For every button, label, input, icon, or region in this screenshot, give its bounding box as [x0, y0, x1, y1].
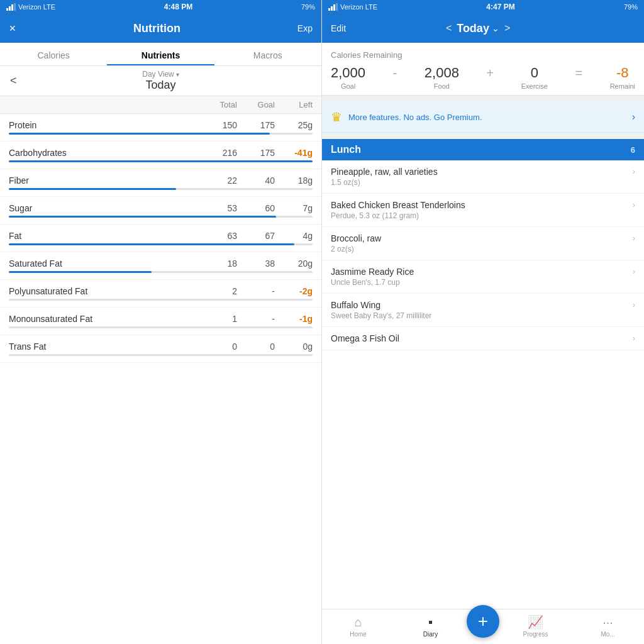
nutrient-left: -1g — [275, 314, 313, 324]
nutrient-row[interactable]: Monounsaturated Fat 1 - -1g — [0, 308, 321, 335]
food-item[interactable]: Broccoli, raw 2 oz(s) › — [322, 227, 644, 260]
nutrient-name: Trans Fat — [9, 341, 199, 352]
home-icon: ⌂ — [354, 615, 362, 630]
lunch-section-header: Lunch 6 — [322, 139, 644, 160]
lunch-calories: 6 — [631, 145, 635, 155]
nutrient-row[interactable]: Carbohydrates 216 175 -41g — [0, 142, 321, 169]
progress-bar-bg — [9, 299, 313, 301]
right-battery: 79% — [624, 3, 638, 11]
add-button[interactable]: + — [467, 605, 499, 638]
day-view-label[interactable]: Day View ▾ — [142, 70, 179, 79]
header-next-arrow[interactable]: > — [504, 23, 510, 34]
export-button[interactable]: Exp — [297, 23, 313, 33]
diary-icon: ▪ — [428, 615, 433, 630]
nutrient-left: 7g — [275, 203, 313, 213]
cal-exercise-value: 0 — [531, 65, 538, 81]
header-today[interactable]: Today ⌄ — [457, 22, 499, 35]
cal-food-value: 2,008 — [425, 65, 459, 81]
cal-exercise-label: Exercise — [521, 82, 548, 90]
nutrient-left: 25g — [275, 120, 313, 130]
nutrient-row[interactable]: Saturated Fat 18 38 20g — [0, 252, 321, 280]
gray-spacer — [322, 96, 644, 102]
food-detail: Sweet Baby Ray's, 27 milliliter — [331, 311, 628, 320]
nav-more[interactable]: ··· Mo... — [572, 615, 644, 638]
right-time: 4:47 PM — [486, 3, 514, 11]
nutrient-goal: - — [237, 286, 275, 296]
food-name: Baked Chicken Breast Tenderloins — [331, 200, 628, 210]
premium-arrow-icon: › — [632, 111, 635, 123]
nutrient-name: Monounsaturated Fat — [9, 314, 199, 324]
food-detail: Uncle Ben's, 1.7 cup — [331, 278, 628, 287]
left-carrier: Verizon LTE — [6, 3, 55, 11]
left-header: ✕ Nutrition Exp — [0, 14, 321, 43]
food-item[interactable]: Pineapple, raw, all varieties 1.5 oz(s) … — [322, 160, 644, 194]
cal-goal-label: Goal — [341, 82, 355, 90]
tab-calories[interactable]: Calories — [0, 43, 107, 65]
food-item[interactable]: Jasmime Ready Rice Uncle Ben's, 1.7 cup … — [322, 260, 644, 294]
edit-button[interactable]: Edit — [331, 23, 346, 33]
nav-home-label: Home — [350, 631, 367, 638]
progress-bar-bg — [9, 354, 313, 356]
header-dropdown-icon: ⌄ — [492, 23, 499, 33]
food-item[interactable]: Omega 3 Fish Oil › — [322, 327, 644, 350]
nutrient-row[interactable]: Polyunsaturated Fat 2 - -2g — [0, 280, 321, 308]
nutrient-left: 4g — [275, 231, 313, 241]
nutrient-total: 53 — [199, 203, 237, 213]
progress-bar-fill — [9, 216, 276, 218]
food-item[interactable]: Buffalo Wing Sweet Baby Ray's, 27 millil… — [322, 294, 644, 327]
day-nav: < Day View ▾ Today — [0, 66, 321, 96]
food-item-left: Buffalo Wing Sweet Baby Ray's, 27 millil… — [331, 300, 628, 320]
day-nav-center: Day View ▾ Today — [142, 70, 179, 92]
progress-bar-fill — [9, 160, 313, 162]
nav-progress[interactable]: 📈 Progress — [499, 614, 572, 638]
nutrient-total: 2 — [199, 286, 237, 296]
nutrient-total: 22 — [199, 175, 237, 186]
header-back-arrow[interactable]: < — [446, 23, 452, 34]
nutrient-row[interactable]: Protein 150 175 25g — [0, 114, 321, 142]
th-nutrient — [9, 100, 199, 109]
nutrient-name: Fat — [9, 231, 199, 241]
nav-home[interactable]: ⌂ Home — [322, 615, 394, 638]
calories-section: Calories Remaining 2,000 Goal - 2,008 Fo… — [322, 43, 644, 96]
food-item-chevron: › — [628, 333, 635, 343]
premium-banner[interactable]: ♛ More features. No ads. Go Premium. › — [322, 102, 644, 133]
nutrient-data-row: Polyunsaturated Fat 2 - -2g — [9, 286, 313, 296]
close-button[interactable]: ✕ — [9, 23, 16, 33]
cal-exercise: 0 Exercise — [521, 65, 548, 90]
nutrient-name: Protein — [9, 120, 199, 130]
crown-icon: ♛ — [331, 109, 342, 125]
cal-op2: + — [484, 66, 496, 80]
progress-bar-bg — [9, 243, 313, 245]
tab-macros[interactable]: Macros — [214, 43, 321, 65]
nutrient-row[interactable]: Sugar 53 60 7g — [0, 197, 321, 225]
cal-remaining-value: -8 — [616, 65, 629, 81]
nutrient-total: 150 — [199, 120, 237, 130]
premium-left: ♛ More features. No ads. Go Premium. — [331, 109, 482, 125]
food-item-chevron: › — [628, 200, 635, 209]
nutrient-data-row: Saturated Fat 18 38 20g — [9, 258, 313, 269]
nutrient-row[interactable]: Trans Fat 0 0 0g — [0, 335, 321, 363]
left-panel: Verizon LTE 4:48 PM 79% ✕ Nutrition Exp … — [0, 0, 322, 644]
nutrient-data-row: Fiber 22 40 18g — [9, 175, 313, 186]
progress-bar-bg — [9, 326, 313, 328]
left-tabs: Calories Nutrients Macros — [0, 43, 321, 66]
calories-title: Calories Remaining — [331, 50, 635, 60]
cal-op1: - — [391, 66, 400, 80]
nutrient-row[interactable]: Fiber 22 40 18g — [0, 169, 321, 197]
nutrient-row[interactable]: Fat 63 67 4g — [0, 225, 321, 252]
nav-progress-label: Progress — [523, 631, 548, 638]
food-item-chevron: › — [628, 267, 635, 276]
food-item-left: Broccoli, raw 2 oz(s) — [331, 233, 628, 253]
food-item[interactable]: Baked Chicken Breast Tenderloins Perdue,… — [322, 194, 644, 227]
nav-diary[interactable]: ▪ Diary — [394, 615, 467, 638]
more-icon: ··· — [602, 615, 613, 630]
th-left: Left — [275, 100, 313, 109]
nutrient-goal: 38 — [237, 258, 275, 269]
food-name: Buffalo Wing — [331, 300, 628, 310]
nutrient-goal: 175 — [237, 148, 275, 158]
day-back-arrow[interactable]: < — [4, 74, 23, 87]
tab-nutrients[interactable]: Nutrients — [107, 43, 214, 65]
th-total: Total — [199, 100, 237, 109]
nutrient-total: 63 — [199, 231, 237, 241]
food-name: Omega 3 Fish Oil — [331, 333, 628, 343]
